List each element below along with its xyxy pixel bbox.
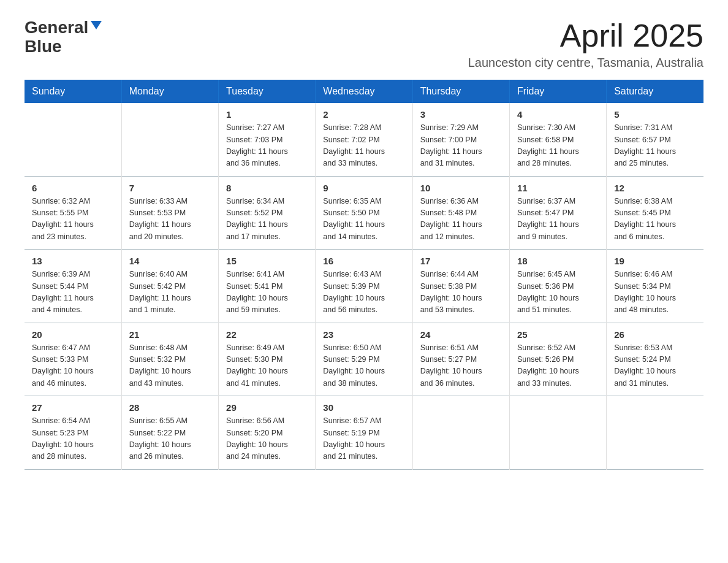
day-info: Sunrise: 7:27 AMSunset: 7:03 PMDaylight:… <box>226 122 308 170</box>
day-info: Sunrise: 6:52 AMSunset: 5:26 PMDaylight:… <box>517 342 599 390</box>
calendar-cell: 30Sunrise: 6:57 AMSunset: 5:19 PMDayligh… <box>316 396 412 470</box>
calendar-cell: 6Sunrise: 6:32 AMSunset: 5:55 PMDaylight… <box>25 176 121 250</box>
day-number: 13 <box>32 256 114 266</box>
day-number: 8 <box>226 183 308 193</box>
day-number: 4 <box>517 109 599 120</box>
day-info: Sunrise: 6:56 AMSunset: 5:20 PMDaylight:… <box>226 415 308 463</box>
calendar-cell: 17Sunrise: 6:44 AMSunset: 5:38 PMDayligh… <box>412 250 509 323</box>
weekday-header-tuesday: Tuesday <box>219 80 316 103</box>
day-number: 19 <box>614 256 696 266</box>
logo-text-blue: Blue <box>25 37 62 56</box>
day-number: 29 <box>226 402 308 413</box>
calendar-cell: 7Sunrise: 6:33 AMSunset: 5:53 PMDaylight… <box>121 176 218 250</box>
title-section: April 2025 Launceston city centre, Tasma… <box>468 18 703 70</box>
day-info: Sunrise: 6:50 AMSunset: 5:29 PMDaylight:… <box>323 342 404 390</box>
calendar-cell: 1Sunrise: 7:27 AMSunset: 7:03 PMDaylight… <box>219 103 316 176</box>
day-info: Sunrise: 6:49 AMSunset: 5:30 PMDaylight:… <box>226 342 308 390</box>
day-number: 21 <box>129 329 211 340</box>
day-number: 2 <box>323 109 404 120</box>
calendar-cell: 26Sunrise: 6:53 AMSunset: 5:24 PMDayligh… <box>607 323 703 396</box>
day-info: Sunrise: 6:57 AMSunset: 5:19 PMDaylight:… <box>323 415 404 463</box>
calendar-cell: 29Sunrise: 6:56 AMSunset: 5:20 PMDayligh… <box>219 396 316 470</box>
day-number: 3 <box>420 109 502 120</box>
calendar-cell: 3Sunrise: 7:29 AMSunset: 7:00 PMDaylight… <box>412 103 509 176</box>
day-number: 30 <box>323 402 404 413</box>
logo-text-general: General <box>25 18 88 37</box>
weekday-header-thursday: Thursday <box>412 80 509 103</box>
calendar-cell: 8Sunrise: 6:34 AMSunset: 5:52 PMDaylight… <box>219 176 316 250</box>
calendar-cell: 28Sunrise: 6:55 AMSunset: 5:22 PMDayligh… <box>121 396 218 470</box>
day-info: Sunrise: 6:48 AMSunset: 5:32 PMDaylight:… <box>129 342 211 390</box>
weekday-header-wednesday: Wednesday <box>316 80 412 103</box>
calendar-cell: 11Sunrise: 6:37 AMSunset: 5:47 PMDayligh… <box>509 176 606 250</box>
day-info: Sunrise: 6:39 AMSunset: 5:44 PMDaylight:… <box>32 269 114 316</box>
weekday-header-sunday: Sunday <box>25 80 121 103</box>
calendar-cell <box>509 396 606 470</box>
day-info: Sunrise: 7:30 AMSunset: 6:58 PMDaylight:… <box>517 122 599 170</box>
calendar-cell: 23Sunrise: 6:50 AMSunset: 5:29 PMDayligh… <box>316 323 412 396</box>
day-number: 5 <box>614 109 696 120</box>
weekday-header-friday: Friday <box>509 80 606 103</box>
day-info: Sunrise: 6:33 AMSunset: 5:53 PMDaylight:… <box>129 196 211 243</box>
day-number: 20 <box>32 329 114 340</box>
calendar-cell: 13Sunrise: 6:39 AMSunset: 5:44 PMDayligh… <box>25 250 121 323</box>
calendar-cell <box>607 396 703 470</box>
day-number: 25 <box>517 329 599 340</box>
day-info: Sunrise: 6:53 AMSunset: 5:24 PMDaylight:… <box>614 342 696 390</box>
calendar-cell: 14Sunrise: 6:40 AMSunset: 5:42 PMDayligh… <box>121 250 218 323</box>
calendar-week-row: 27Sunrise: 6:54 AMSunset: 5:23 PMDayligh… <box>25 396 703 470</box>
day-number: 24 <box>420 329 502 340</box>
day-number: 1 <box>226 109 308 120</box>
calendar-cell: 24Sunrise: 6:51 AMSunset: 5:27 PMDayligh… <box>412 323 509 396</box>
calendar-cell: 4Sunrise: 7:30 AMSunset: 6:58 PMDaylight… <box>509 103 606 176</box>
calendar-cell: 22Sunrise: 6:49 AMSunset: 5:30 PMDayligh… <box>219 323 316 396</box>
day-number: 9 <box>323 183 404 193</box>
calendar-cell: 20Sunrise: 6:47 AMSunset: 5:33 PMDayligh… <box>25 323 121 396</box>
day-number: 12 <box>614 183 696 193</box>
day-info: Sunrise: 6:51 AMSunset: 5:27 PMDaylight:… <box>420 342 502 390</box>
day-info: Sunrise: 7:29 AMSunset: 7:00 PMDaylight:… <box>420 122 502 170</box>
day-number: 22 <box>226 329 308 340</box>
logo: General Blue <box>25 18 102 56</box>
calendar-header: SundayMondayTuesdayWednesdayThursdayFrid… <box>25 80 703 103</box>
calendar-body: 1Sunrise: 7:27 AMSunset: 7:03 PMDaylight… <box>25 103 703 469</box>
day-number: 27 <box>32 402 114 413</box>
day-info: Sunrise: 6:45 AMSunset: 5:36 PMDaylight:… <box>517 269 599 316</box>
calendar-week-row: 20Sunrise: 6:47 AMSunset: 5:33 PMDayligh… <box>25 323 703 396</box>
calendar-cell: 18Sunrise: 6:45 AMSunset: 5:36 PMDayligh… <box>509 250 606 323</box>
day-number: 16 <box>323 256 404 266</box>
calendar-cell: 5Sunrise: 7:31 AMSunset: 6:57 PMDaylight… <box>607 103 703 176</box>
calendar-cell: 27Sunrise: 6:54 AMSunset: 5:23 PMDayligh… <box>25 396 121 470</box>
day-info: Sunrise: 6:35 AMSunset: 5:50 PMDaylight:… <box>323 196 404 243</box>
page-header: General Blue April 2025 Launceston city … <box>25 18 703 70</box>
day-info: Sunrise: 6:36 AMSunset: 5:48 PMDaylight:… <box>420 196 502 243</box>
day-info: Sunrise: 6:38 AMSunset: 5:45 PMDaylight:… <box>614 196 696 243</box>
day-info: Sunrise: 7:31 AMSunset: 6:57 PMDaylight:… <box>614 122 696 170</box>
calendar-cell <box>121 103 218 176</box>
day-number: 15 <box>226 256 308 266</box>
month-title: April 2025 <box>468 18 703 53</box>
day-number: 26 <box>614 329 696 340</box>
calendar-week-row: 13Sunrise: 6:39 AMSunset: 5:44 PMDayligh… <box>25 250 703 323</box>
calendar-cell: 16Sunrise: 6:43 AMSunset: 5:39 PMDayligh… <box>316 250 412 323</box>
day-number: 17 <box>420 256 502 266</box>
day-info: Sunrise: 6:43 AMSunset: 5:39 PMDaylight:… <box>323 269 404 316</box>
calendar-cell <box>412 396 509 470</box>
day-number: 18 <box>517 256 599 266</box>
calendar-cell: 19Sunrise: 6:46 AMSunset: 5:34 PMDayligh… <box>607 250 703 323</box>
calendar-cell: 12Sunrise: 6:38 AMSunset: 5:45 PMDayligh… <box>607 176 703 250</box>
weekday-header-row: SundayMondayTuesdayWednesdayThursdayFrid… <box>25 80 703 103</box>
weekday-header-saturday: Saturday <box>607 80 703 103</box>
day-number: 14 <box>129 256 211 266</box>
calendar-cell: 9Sunrise: 6:35 AMSunset: 5:50 PMDaylight… <box>316 176 412 250</box>
day-number: 7 <box>129 183 211 193</box>
calendar-week-row: 6Sunrise: 6:32 AMSunset: 5:55 PMDaylight… <box>25 176 703 250</box>
day-info: Sunrise: 6:54 AMSunset: 5:23 PMDaylight:… <box>32 415 114 463</box>
weekday-header-monday: Monday <box>121 80 218 103</box>
day-info: Sunrise: 6:40 AMSunset: 5:42 PMDaylight:… <box>129 269 211 316</box>
day-info: Sunrise: 6:41 AMSunset: 5:41 PMDaylight:… <box>226 269 308 316</box>
day-number: 28 <box>129 402 211 413</box>
calendar-cell <box>25 103 121 176</box>
day-info: Sunrise: 6:55 AMSunset: 5:22 PMDaylight:… <box>129 415 211 463</box>
day-info: Sunrise: 6:34 AMSunset: 5:52 PMDaylight:… <box>226 196 308 243</box>
